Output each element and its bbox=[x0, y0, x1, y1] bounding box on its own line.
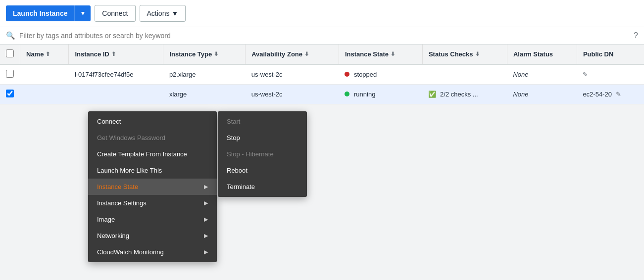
col-availability-zone[interactable]: Availability Zone ⬇ bbox=[246, 45, 339, 64]
row1-instance-id: i-0174f73cfee74df5e bbox=[69, 64, 163, 85]
check-icon: ✅ bbox=[428, 91, 436, 98]
az-sort-icon: ⬇ bbox=[304, 51, 309, 57]
row2-name bbox=[20, 85, 69, 104]
row1-name bbox=[20, 64, 69, 85]
launch-instance-group: Launch Instance ▼ bbox=[6, 5, 91, 21]
toolbar: Launch Instance ▼ Connect Actions ▼ bbox=[0, 0, 644, 27]
instance-id-sort-icon: ⬆ bbox=[111, 51, 116, 57]
launch-instance-caret[interactable]: ▼ bbox=[74, 5, 91, 21]
table-header-row: Name ⬆ Instance ID ⬆ Instance Type ⬇ bbox=[0, 45, 644, 64]
table-row[interactable]: i-0174f73cfee74df5e p2.xlarge us-west-2c… bbox=[0, 64, 644, 85]
select-all-checkbox[interactable] bbox=[6, 49, 14, 57]
state-sort-icon: ⬇ bbox=[391, 51, 395, 57]
col-public-dns: Public DN bbox=[577, 45, 644, 64]
row2-instance-type: xlarge bbox=[163, 85, 246, 104]
search-bar: 🔍 ? bbox=[0, 27, 644, 45]
name-sort-icon: ⬆ bbox=[46, 51, 50, 57]
actions-button[interactable]: Actions ▼ bbox=[140, 5, 186, 22]
row2-state-label: running bbox=[354, 91, 375, 98]
row1-az: us-west-2c bbox=[246, 64, 339, 85]
table-row[interactable]: xlarge us-west-2c running ✅ 2/2 checks .… bbox=[0, 85, 644, 104]
actions-label: Actions bbox=[147, 9, 170, 17]
col-instance-type[interactable]: Instance Type ⬇ bbox=[163, 45, 246, 64]
col-status-checks[interactable]: Status Checks ⬇ bbox=[422, 45, 507, 64]
col-instance-state[interactable]: Instance State ⬇ bbox=[339, 45, 422, 64]
row2-alarm-status: None bbox=[507, 85, 577, 104]
row1-public-dns: ✎ bbox=[577, 64, 644, 85]
row1-checkbox[interactable] bbox=[6, 70, 14, 78]
row1-state: stopped bbox=[339, 64, 422, 85]
launch-instance-button[interactable]: Launch Instance bbox=[6, 5, 74, 21]
row1-instance-type: p2.xlarge bbox=[163, 64, 246, 85]
search-input[interactable] bbox=[19, 32, 634, 40]
select-all-cell bbox=[0, 45, 20, 64]
row2-edit-icon[interactable]: ✎ bbox=[616, 91, 621, 98]
col-instance-id[interactable]: Instance ID ⬆ bbox=[69, 45, 163, 64]
checks-sort-icon: ⬇ bbox=[475, 51, 480, 57]
row2-status-checks: ✅ 2/2 checks ... bbox=[422, 85, 507, 104]
row1-alarm-status: None bbox=[507, 64, 577, 85]
row2-checks-label: 2/2 checks ... bbox=[440, 91, 478, 98]
col-alarm-status[interactable]: Alarm Status bbox=[507, 45, 577, 64]
search-icon: 🔍 bbox=[6, 31, 15, 40]
help-icon[interactable]: ? bbox=[634, 31, 638, 40]
row1-edit-icon[interactable]: ✎ bbox=[583, 71, 588, 78]
instances-table: Name ⬆ Instance ID ⬆ Instance Type ⬇ bbox=[0, 45, 644, 104]
instance-type-sort-icon: ⬇ bbox=[214, 51, 218, 57]
row1-state-label: stopped bbox=[354, 71, 377, 78]
row2-public-dns: ec2-54-20 ✎ bbox=[577, 85, 644, 104]
running-dot bbox=[345, 92, 349, 96]
connect-button[interactable]: Connect bbox=[95, 5, 135, 22]
row2-checkbox[interactable] bbox=[6, 90, 14, 97]
row2-state: running bbox=[339, 85, 422, 104]
stopped-dot bbox=[345, 72, 349, 77]
row2-az: us-west-2c bbox=[246, 85, 339, 104]
row2-checkbox-cell bbox=[0, 85, 20, 104]
row2-dns-label: ec2-54-20 bbox=[583, 91, 612, 98]
actions-caret-icon: ▼ bbox=[171, 9, 178, 17]
col-name[interactable]: Name ⬆ bbox=[20, 45, 69, 64]
instances-table-wrap: Name ⬆ Instance ID ⬆ Instance Type ⬇ bbox=[0, 45, 644, 104]
row1-checkbox-cell bbox=[0, 64, 20, 85]
row1-status-checks bbox=[422, 64, 507, 85]
row2-instance-id bbox=[69, 85, 163, 104]
